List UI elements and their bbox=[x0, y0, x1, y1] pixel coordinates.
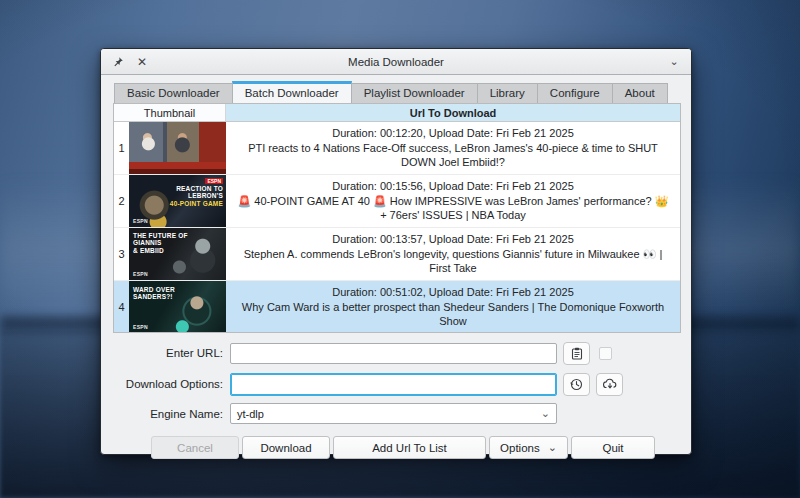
cancel-button: Cancel bbox=[151, 436, 239, 459]
cloud-download-icon bbox=[603, 378, 617, 390]
espn-logo: ESPN bbox=[133, 218, 148, 224]
video-duration-line: Duration: 00:51:02, Upload Date: Fri Feb… bbox=[332, 285, 574, 300]
row-number: 2 bbox=[114, 175, 129, 228]
tab-library[interactable]: Library bbox=[477, 83, 537, 103]
tab-configure[interactable]: Configure bbox=[537, 83, 612, 103]
video-thumbnail-1[interactable] bbox=[129, 122, 226, 175]
espn-logo: ESPN bbox=[205, 178, 223, 184]
clipboard-icon bbox=[571, 347, 583, 360]
tab-batch-downloader[interactable]: Batch Downloader bbox=[232, 81, 352, 103]
video-duration-line: Duration: 00:13:57, Upload Date: Fri Feb… bbox=[332, 232, 574, 247]
espn-logo: ESPN bbox=[133, 324, 148, 330]
chevron-down-icon: ⌄ bbox=[548, 442, 557, 453]
action-button-row: Cancel Download Add Url To List Options … bbox=[151, 436, 679, 459]
download-defaults-button[interactable] bbox=[596, 373, 623, 396]
video-title: 🚨 40-POINT GAME AT 40 🚨 How IMPRESSIVE w… bbox=[236, 194, 670, 223]
url-checkbox bbox=[599, 347, 612, 360]
table-row-selected[interactable]: Duration: 00:51:02, Upload Date: Fri Feb… bbox=[226, 281, 680, 333]
table-row[interactable]: Duration: 00:13:57, Upload Date: Fri Feb… bbox=[226, 228, 680, 281]
engine-name-select[interactable]: yt-dlp ⌄ bbox=[230, 403, 557, 424]
pin-icon[interactable] bbox=[111, 55, 125, 69]
titlebar[interactable]: ✕ Media Downloader ⌄ bbox=[101, 49, 691, 75]
engine-name-label: Engine Name: bbox=[113, 408, 230, 420]
download-form: Enter URL: Download Options: bbox=[113, 341, 679, 424]
tab-bar: Basic Downloader Batch Downloader Playli… bbox=[114, 81, 679, 103]
video-title: PTI reacts to 4 Nations Face-Off success… bbox=[236, 141, 670, 170]
enter-url-label: Enter URL: bbox=[113, 347, 230, 359]
chevron-down-icon: ⌄ bbox=[541, 408, 550, 419]
quit-button[interactable]: Quit bbox=[571, 436, 655, 459]
thumbnail-caption: THE FUTURE OF GIANNIS & EMBIID bbox=[133, 232, 189, 254]
tab-playlist-downloader[interactable]: Playlist Downloader bbox=[352, 83, 477, 103]
download-options-label: Download Options: bbox=[113, 378, 230, 390]
tab-basic-downloader[interactable]: Basic Downloader bbox=[114, 83, 232, 103]
enter-url-input[interactable] bbox=[230, 343, 557, 364]
video-thumbnail-4[interactable]: WARD OVER SANDERS?! ESPN bbox=[129, 281, 226, 333]
row-number: 1 bbox=[114, 122, 129, 175]
history-clock-icon bbox=[570, 378, 583, 391]
row-number: 4 bbox=[114, 281, 129, 333]
thumbnail-caption: REACTION TO LEBRON'S 40-POINT GAME bbox=[165, 185, 223, 207]
video-duration-line: Duration: 00:15:56, Upload Date: Fri Feb… bbox=[332, 179, 574, 194]
download-button[interactable]: Download bbox=[242, 436, 330, 459]
options-history-button[interactable] bbox=[563, 373, 590, 396]
batch-download-table: Thumbnail Url To Download 1 Duration: 00… bbox=[113, 103, 681, 333]
download-options-input[interactable] bbox=[230, 373, 557, 396]
media-downloader-window: ✕ Media Downloader ⌄ Basic Downloader Ba… bbox=[100, 48, 692, 455]
video-title: Why Cam Ward is a better prospect than S… bbox=[236, 300, 670, 329]
tab-about[interactable]: About bbox=[612, 83, 668, 103]
shade-chevron-icon[interactable]: ⌄ bbox=[667, 55, 681, 69]
video-thumbnail-3[interactable]: THE FUTURE OF GIANNIS & EMBIID ESPN bbox=[129, 228, 226, 281]
table-row[interactable]: Duration: 00:12:20, Upload Date: Fri Feb… bbox=[226, 122, 680, 175]
options-menu-button[interactable]: Options ⌄ bbox=[489, 436, 568, 459]
video-duration-line: Duration: 00:12:20, Upload Date: Fri Feb… bbox=[332, 126, 574, 141]
thumbnail-caption: WARD OVER SANDERS?! bbox=[133, 286, 185, 301]
column-header-thumbnail[interactable]: Thumbnail bbox=[114, 104, 226, 122]
engine-selected-value: yt-dlp bbox=[237, 408, 264, 420]
espn-logo: ESPN bbox=[133, 271, 148, 277]
row-number: 3 bbox=[114, 228, 129, 281]
window-title: Media Downloader bbox=[101, 56, 691, 68]
table-row[interactable]: Duration: 00:15:56, Upload Date: Fri Feb… bbox=[226, 175, 680, 228]
paste-clipboard-button[interactable] bbox=[563, 342, 590, 365]
video-title: Stephen A. commends LeBron's longevity, … bbox=[236, 247, 670, 276]
column-header-url[interactable]: Url To Download bbox=[226, 104, 680, 122]
video-thumbnail-2[interactable]: ESPN REACTION TO LEBRON'S 40-POINT GAME … bbox=[129, 175, 226, 228]
add-url-to-list-button[interactable]: Add Url To List bbox=[333, 436, 486, 459]
close-icon[interactable]: ✕ bbox=[135, 55, 149, 69]
